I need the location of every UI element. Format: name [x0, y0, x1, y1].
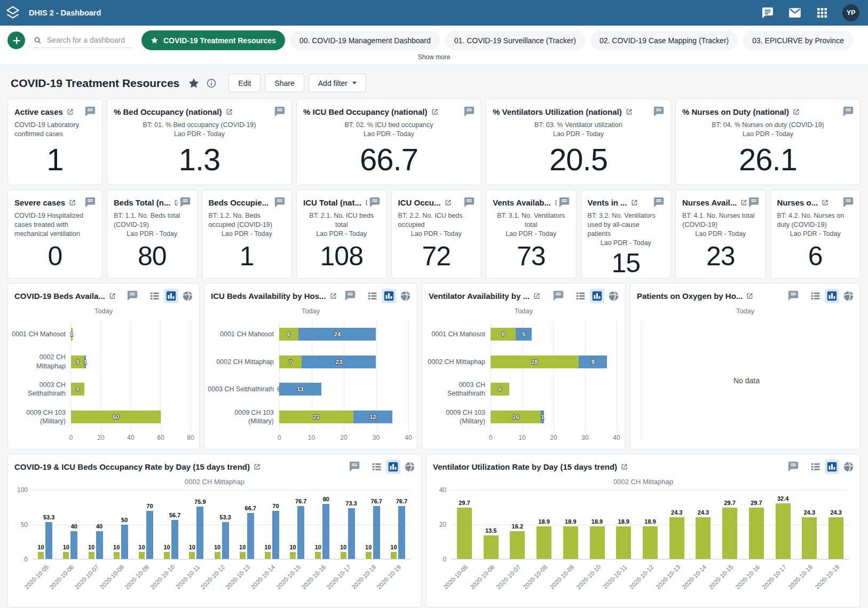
favorite-star-icon[interactable]: [188, 77, 200, 89]
comment-icon[interactable]: [462, 104, 477, 119]
dashboard-chip-label: 00. COVID-19 Management Dashboard: [299, 36, 431, 45]
bar: 10: [38, 552, 44, 559]
external-link-icon[interactable]: [621, 463, 628, 470]
comment-icon[interactable]: [746, 195, 761, 210]
dhis2-logo-icon[interactable]: [0, 0, 26, 26]
comment-icon[interactable]: [272, 104, 287, 119]
comment-icon[interactable]: [651, 104, 666, 119]
apps-grid-icon[interactable]: [816, 6, 828, 19]
stat-card-beds-total: Beds Total (n...BT: 1.1. No. Beds total …: [107, 189, 198, 279]
share-button[interactable]: Share: [265, 74, 304, 92]
table-view-icon[interactable]: [365, 289, 380, 303]
comment-icon[interactable]: [841, 104, 856, 119]
chart-view-icon[interactable]: [590, 289, 604, 303]
axis-tick-label: 40: [127, 434, 134, 441]
map-view-icon[interactable]: [841, 289, 856, 303]
edit-button[interactable]: Edit: [228, 74, 261, 92]
bar-value-label: 70: [272, 503, 279, 509]
user-avatar[interactable]: YP: [842, 4, 859, 21]
map-view-icon[interactable]: [180, 289, 195, 303]
bar: 10: [290, 552, 296, 559]
stat-card-ventilators-utilization-title: % Ventilators Utilization (national): [493, 107, 633, 116]
view-switcher: [573, 289, 621, 303]
mail-icon[interactable]: [788, 6, 802, 20]
category-label: 0001 CH Mahosot: [208, 320, 279, 348]
map-view-icon[interactable]: [606, 289, 621, 303]
bar-value-label: 24.3: [671, 509, 682, 516]
bar-value-label: 10: [264, 544, 271, 550]
comment-icon[interactable]: [272, 195, 287, 210]
chart-view-icon[interactable]: [825, 289, 839, 303]
comment-icon[interactable]: [367, 195, 382, 210]
chart-card-ventilator-utilization-trend-title: Ventilator Utilization Rate by Day (15 d…: [433, 462, 628, 471]
table-view-icon[interactable]: [808, 460, 823, 474]
comment-icon[interactable]: [83, 195, 98, 210]
bar: 66.7: [247, 513, 254, 559]
chart-view-icon[interactable]: [164, 289, 178, 303]
page-title: COVID-19 Treatment Resources: [11, 77, 179, 90]
comment-icon[interactable]: [347, 459, 362, 474]
chart-view-icon[interactable]: [382, 289, 396, 303]
category-label: 0009 CH 103 (Military): [425, 403, 491, 431]
new-dashboard-button[interactable]: [7, 31, 25, 49]
comment-icon[interactable]: [786, 288, 801, 303]
table-view-icon[interactable]: [147, 289, 162, 303]
bar-group: 161: [491, 410, 617, 423]
info-icon[interactable]: [206, 78, 217, 89]
dashboard-chip[interactable]: 01. COVID-19 Surveillance (Tracker): [445, 30, 585, 50]
chart-view-icon[interactable]: [386, 460, 400, 474]
dashboard-chip-selected[interactable]: COVID-19 Treatment Resources: [141, 30, 285, 50]
comment-icon[interactable]: [786, 459, 801, 474]
external-link-icon[interactable]: [740, 199, 746, 206]
search-input[interactable]: [46, 35, 132, 45]
table-view-icon[interactable]: [369, 460, 384, 474]
comment-icon[interactable]: [83, 104, 98, 119]
axis-tick-label: 80: [187, 434, 194, 441]
stat-card-subtitle: BT: 4.1. No. Nurses total (COVID-19)Lao …: [676, 210, 766, 239]
chart-view-icon[interactable]: [825, 460, 839, 474]
x-axis-label: 2020-10-12: [199, 564, 226, 590]
external-link-icon[interactable]: [109, 293, 116, 299]
bar-value-label: 10: [290, 544, 296, 550]
dashboard-chip[interactable]: 03. EPICURVE by Province: [743, 30, 853, 50]
add-filter-button[interactable]: Add filter: [309, 74, 366, 92]
bar-segment: 6: [491, 383, 509, 396]
map-view-icon[interactable]: [841, 460, 856, 474]
stat-card-nurses-on-duty: % Nurses on Duty (national)BT: 04. % Nur…: [675, 99, 861, 185]
dashboard-chip[interactable]: 02. COVID-19 Case Mapping (Tracker): [590, 30, 738, 50]
table-view-icon[interactable]: [808, 289, 823, 303]
external-link-icon[interactable]: [793, 108, 800, 115]
external-link-icon[interactable]: [67, 108, 74, 115]
star-icon: [151, 36, 159, 44]
external-link-icon[interactable]: [822, 199, 828, 206]
external-link-icon[interactable]: [533, 293, 540, 299]
dashboard-chip[interactable]: 00. COVID-19 Management Dashboard: [290, 30, 440, 50]
show-more-link[interactable]: Show more: [418, 53, 451, 61]
map-view-icon[interactable]: [398, 289, 413, 303]
external-link-icon[interactable]: [746, 293, 753, 299]
external-link-icon[interactable]: [445, 199, 452, 206]
comment-icon[interactable]: [462, 195, 477, 210]
external-link-icon[interactable]: [330, 293, 337, 299]
comment-icon[interactable]: [125, 288, 140, 303]
comment-icon[interactable]: [557, 195, 572, 210]
comment-icon[interactable]: [551, 288, 566, 303]
external-link-icon[interactable]: [626, 108, 633, 115]
external-link-icon[interactable]: [254, 463, 261, 470]
comment-icon[interactable]: [178, 195, 193, 210]
comment-icon[interactable]: [343, 288, 358, 303]
chart-subtitle: Today: [422, 303, 625, 316]
external-link-icon[interactable]: [631, 199, 638, 206]
external-link-icon[interactable]: [431, 108, 438, 115]
interpretations-message-icon[interactable]: [761, 6, 774, 19]
axis-tick-label: 0: [443, 556, 446, 563]
external-link-icon[interactable]: [226, 108, 233, 115]
comment-icon[interactable]: [841, 195, 856, 210]
external-link-icon[interactable]: [69, 199, 76, 206]
external-link-icon[interactable]: [555, 199, 557, 206]
external-link-icon[interactable]: [365, 199, 367, 206]
map-view-icon[interactable]: [403, 460, 417, 474]
comment-icon[interactable]: [651, 195, 666, 210]
external-link-icon[interactable]: [174, 199, 177, 206]
table-view-icon[interactable]: [573, 289, 588, 303]
